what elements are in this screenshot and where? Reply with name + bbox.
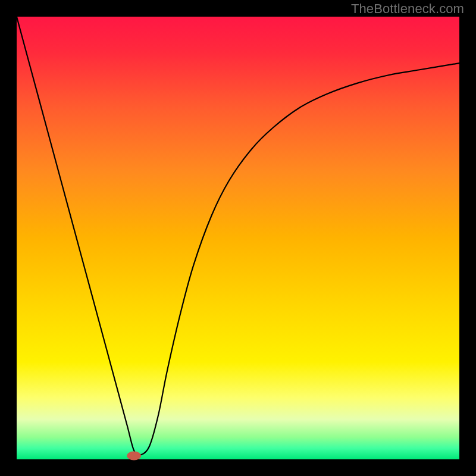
chart-frame: TheBottleneck.com <box>0 0 476 476</box>
bottleneck-chart <box>0 0 476 476</box>
plot-background <box>17 17 459 459</box>
watermark-label: TheBottleneck.com <box>351 1 464 17</box>
minimum-marker <box>127 452 141 461</box>
